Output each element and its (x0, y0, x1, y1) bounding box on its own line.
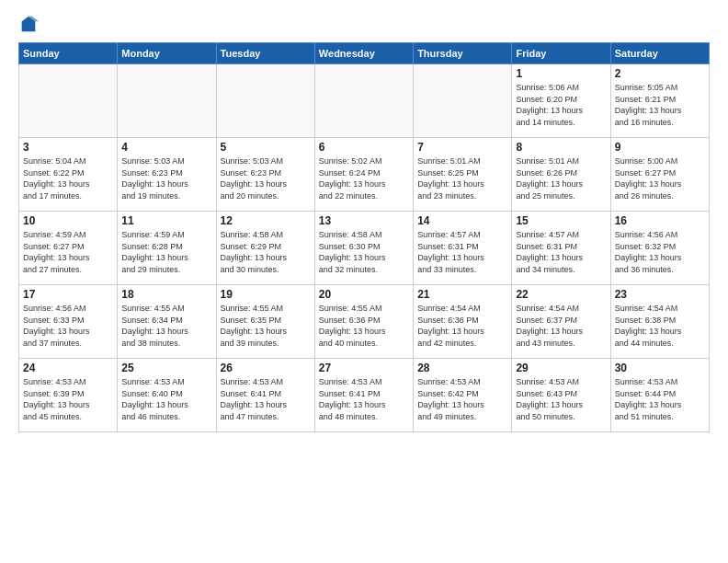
day-info: Sunrise: 4:59 AM Sunset: 6:27 PM Dayligh… (23, 229, 113, 275)
day-info: Sunrise: 4:56 AM Sunset: 6:32 PM Dayligh… (615, 229, 705, 275)
day-number: 10 (23, 214, 113, 227)
day-info: Sunrise: 5:04 AM Sunset: 6:22 PM Dayligh… (23, 155, 113, 201)
calendar-week-row: 1Sunrise: 5:06 AM Sunset: 6:20 PM Daylig… (19, 64, 710, 138)
day-number: 21 (417, 288, 507, 301)
weekday-monday: Monday (118, 43, 216, 64)
day-info: Sunrise: 4:59 AM Sunset: 6:28 PM Dayligh… (121, 229, 211, 275)
calendar-cell: 15Sunrise: 4:57 AM Sunset: 6:31 PM Dayli… (512, 212, 610, 285)
weekday-friday: Friday (512, 43, 610, 64)
calendar-cell: 16Sunrise: 4:56 AM Sunset: 6:32 PM Dayli… (610, 212, 709, 285)
page: Sunday Monday Tuesday Wednesday Thursday… (0, 0, 728, 563)
calendar-body: 1Sunrise: 5:06 AM Sunset: 6:20 PM Daylig… (19, 64, 710, 432)
header (18, 15, 710, 35)
day-info: Sunrise: 5:06 AM Sunset: 6:20 PM Dayligh… (516, 82, 606, 128)
calendar-cell: 26Sunrise: 4:53 AM Sunset: 6:41 PM Dayli… (216, 359, 314, 432)
calendar-cell: 8Sunrise: 5:01 AM Sunset: 6:26 PM Daylig… (512, 138, 610, 212)
calendar-cell: 12Sunrise: 4:58 AM Sunset: 6:29 PM Dayli… (216, 212, 314, 285)
calendar-cell: 22Sunrise: 4:54 AM Sunset: 6:37 PM Dayli… (512, 285, 610, 359)
day-number: 5 (221, 141, 311, 154)
calendar-cell: 13Sunrise: 4:58 AM Sunset: 6:30 PM Dayli… (314, 212, 413, 285)
calendar-cell: 14Sunrise: 4:57 AM Sunset: 6:31 PM Dayli… (414, 212, 512, 285)
day-info: Sunrise: 4:56 AM Sunset: 6:33 PM Dayligh… (23, 303, 113, 349)
weekday-saturday: Saturday (610, 43, 709, 64)
day-info: Sunrise: 4:55 AM Sunset: 6:34 PM Dayligh… (121, 303, 211, 349)
calendar-cell (414, 64, 512, 138)
day-number: 4 (121, 141, 211, 154)
calendar: Sunday Monday Tuesday Wednesday Thursday… (18, 42, 710, 432)
calendar-cell: 24Sunrise: 4:53 AM Sunset: 6:39 PM Dayli… (19, 359, 118, 432)
calendar-cell: 5Sunrise: 5:03 AM Sunset: 6:23 PM Daylig… (216, 138, 314, 212)
day-info: Sunrise: 4:54 AM Sunset: 6:36 PM Dayligh… (417, 303, 507, 349)
calendar-cell: 19Sunrise: 4:55 AM Sunset: 6:35 PM Dayli… (216, 285, 314, 359)
calendar-cell: 2Sunrise: 5:05 AM Sunset: 6:21 PM Daylig… (610, 64, 709, 138)
day-info: Sunrise: 5:03 AM Sunset: 6:23 PM Dayligh… (121, 155, 211, 201)
day-number: 15 (516, 214, 606, 227)
day-info: Sunrise: 4:53 AM Sunset: 6:41 PM Dayligh… (319, 376, 409, 422)
calendar-cell: 9Sunrise: 5:00 AM Sunset: 6:27 PM Daylig… (610, 138, 709, 212)
weekday-sunday: Sunday (19, 43, 118, 64)
calendar-cell: 7Sunrise: 5:01 AM Sunset: 6:25 PM Daylig… (414, 138, 512, 212)
weekday-row: Sunday Monday Tuesday Wednesday Thursday… (19, 43, 710, 64)
calendar-cell: 20Sunrise: 4:55 AM Sunset: 6:36 PM Dayli… (314, 285, 413, 359)
day-info: Sunrise: 4:53 AM Sunset: 6:40 PM Dayligh… (121, 376, 211, 422)
calendar-cell (118, 64, 216, 138)
logo-icon (18, 15, 39, 35)
calendar-week-row: 3Sunrise: 5:04 AM Sunset: 6:22 PM Daylig… (19, 138, 710, 212)
day-info: Sunrise: 4:57 AM Sunset: 6:31 PM Dayligh… (516, 229, 606, 275)
day-number: 2 (615, 67, 705, 80)
day-number: 11 (121, 214, 211, 227)
weekday-tuesday: Tuesday (216, 43, 314, 64)
day-number: 8 (516, 141, 606, 154)
calendar-cell: 11Sunrise: 4:59 AM Sunset: 6:28 PM Dayli… (118, 212, 216, 285)
calendar-week-row: 17Sunrise: 4:56 AM Sunset: 6:33 PM Dayli… (19, 285, 710, 359)
day-info: Sunrise: 4:53 AM Sunset: 6:41 PM Dayligh… (221, 376, 311, 422)
day-number: 1 (516, 67, 606, 80)
day-info: Sunrise: 5:00 AM Sunset: 6:27 PM Dayligh… (615, 155, 705, 201)
calendar-cell: 29Sunrise: 4:53 AM Sunset: 6:43 PM Dayli… (512, 359, 610, 432)
day-info: Sunrise: 4:58 AM Sunset: 6:29 PM Dayligh… (221, 229, 311, 275)
day-number: 12 (221, 214, 311, 227)
day-number: 6 (319, 141, 409, 154)
day-number: 16 (615, 214, 705, 227)
day-info: Sunrise: 4:57 AM Sunset: 6:31 PM Dayligh… (417, 229, 507, 275)
day-info: Sunrise: 4:53 AM Sunset: 6:39 PM Dayligh… (23, 376, 113, 422)
day-info: Sunrise: 4:55 AM Sunset: 6:35 PM Dayligh… (221, 303, 311, 349)
day-number: 24 (23, 362, 113, 374)
day-number: 22 (516, 288, 606, 301)
day-info: Sunrise: 4:58 AM Sunset: 6:30 PM Dayligh… (319, 229, 409, 275)
day-info: Sunrise: 4:54 AM Sunset: 6:38 PM Dayligh… (615, 303, 705, 349)
weekday-thursday: Thursday (414, 43, 512, 64)
day-number: 19 (221, 288, 311, 301)
day-number: 30 (615, 362, 705, 374)
calendar-cell (314, 64, 413, 138)
calendar-week-row: 10Sunrise: 4:59 AM Sunset: 6:27 PM Dayli… (19, 212, 710, 285)
calendar-cell: 1Sunrise: 5:06 AM Sunset: 6:20 PM Daylig… (512, 64, 610, 138)
calendar-cell: 27Sunrise: 4:53 AM Sunset: 6:41 PM Dayli… (314, 359, 413, 432)
day-info: Sunrise: 5:02 AM Sunset: 6:24 PM Dayligh… (319, 155, 409, 201)
calendar-cell: 30Sunrise: 4:53 AM Sunset: 6:44 PM Dayli… (610, 359, 709, 432)
day-info: Sunrise: 5:03 AM Sunset: 6:23 PM Dayligh… (221, 155, 311, 201)
weekday-wednesday: Wednesday (314, 43, 413, 64)
day-number: 18 (121, 288, 211, 301)
day-number: 27 (319, 362, 409, 374)
calendar-header: Sunday Monday Tuesday Wednesday Thursday… (19, 43, 710, 64)
day-info: Sunrise: 4:53 AM Sunset: 6:42 PM Dayligh… (417, 376, 507, 422)
day-number: 20 (319, 288, 409, 301)
day-number: 9 (615, 141, 705, 154)
calendar-cell: 4Sunrise: 5:03 AM Sunset: 6:23 PM Daylig… (118, 138, 216, 212)
day-info: Sunrise: 5:01 AM Sunset: 6:26 PM Dayligh… (516, 155, 606, 201)
calendar-cell: 18Sunrise: 4:55 AM Sunset: 6:34 PM Dayli… (118, 285, 216, 359)
day-info: Sunrise: 5:01 AM Sunset: 6:25 PM Dayligh… (417, 155, 507, 201)
calendar-cell: 28Sunrise: 4:53 AM Sunset: 6:42 PM Dayli… (414, 359, 512, 432)
day-number: 26 (221, 362, 311, 374)
day-info: Sunrise: 4:55 AM Sunset: 6:36 PM Dayligh… (319, 303, 409, 349)
day-number: 14 (417, 214, 507, 227)
day-number: 7 (417, 141, 507, 154)
calendar-week-row: 24Sunrise: 4:53 AM Sunset: 6:39 PM Dayli… (19, 359, 710, 432)
calendar-cell: 25Sunrise: 4:53 AM Sunset: 6:40 PM Dayli… (118, 359, 216, 432)
calendar-cell (19, 64, 118, 138)
day-number: 3 (23, 141, 113, 154)
day-info: Sunrise: 4:54 AM Sunset: 6:37 PM Dayligh… (516, 303, 606, 349)
day-number: 23 (615, 288, 705, 301)
logo (18, 15, 42, 35)
